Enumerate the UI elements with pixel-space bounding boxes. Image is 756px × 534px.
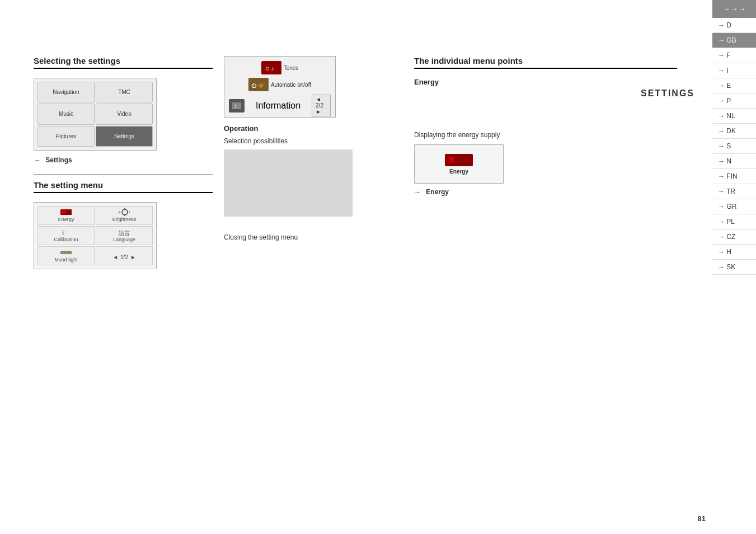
energy-cell-label: Energy <box>58 217 74 222</box>
sidebar-item-d[interactable]: → D <box>712 18 756 33</box>
left-divider <box>34 174 213 175</box>
tones-screen: ♫ ♪ Tones ⏻ 🔆 Automatic on/off i Informa… <box>224 56 336 118</box>
right-column: The individual menu points Energy Displa… <box>414 56 677 196</box>
page-number: 81 <box>698 514 706 523</box>
auto-icon: ⏻ 🔆 <box>248 78 269 91</box>
nav-cell-settings: Settings <box>96 126 153 147</box>
energy-display-box: Energy <box>414 144 504 184</box>
sidebar-item-gr[interactable]: → GR <box>712 199 756 214</box>
prev-arrow: ◄ <box>112 254 118 260</box>
energy-arrow-row: → Energy <box>414 188 677 196</box>
info-row: i Information ◄ 2/2 ► <box>229 95 331 116</box>
mood-light-icon <box>60 249 72 256</box>
energy-icon-small <box>60 209 72 216</box>
nav-cell-video: Video <box>96 104 153 124</box>
tones-svg: ♫ ♪ <box>264 63 279 72</box>
brightness-cell-label: Brightness <box>112 217 137 222</box>
energy-arrow-icon: → <box>414 188 421 196</box>
nav-cell-music: Music <box>37 104 95 124</box>
brightness-icon <box>119 209 130 216</box>
language-icon: 語言 <box>119 229 130 236</box>
individual-menu-heading: The individual menu points <box>414 56 677 69</box>
sidebar-item-nl[interactable]: → NL <box>712 109 756 124</box>
settings-cell-calibration: ℓ Calibration <box>37 226 95 245</box>
svg-text:♫ ♪: ♫ ♪ <box>265 65 274 72</box>
sidebar-item-pl[interactable]: → PL <box>712 214 756 229</box>
sidebar-item-p[interactable]: → P <box>712 93 756 109</box>
selection-gray-box <box>224 149 353 217</box>
svg-rect-15 <box>449 157 454 162</box>
calibration-icon: ℓ <box>60 229 72 236</box>
svg-rect-9 <box>60 251 72 254</box>
info-svg: i <box>229 101 245 110</box>
auto-label: Automatic on/off <box>271 82 311 88</box>
sidebar-item-i[interactable]: → I <box>712 63 756 78</box>
sidebar-item-cz[interactable]: → CZ <box>712 229 756 245</box>
energy-bar-icon <box>60 209 72 215</box>
sidebar-item-s[interactable]: → S <box>712 139 756 154</box>
sidebar-item-f[interactable]: → F <box>712 48 756 63</box>
sidebar-item-dk[interactable]: → DK <box>712 124 756 139</box>
selecting-settings-heading: Selecting the settings <box>34 56 213 69</box>
selection-label: Selection possibilities <box>224 137 381 145</box>
energy-display-svg <box>448 156 470 165</box>
energy-display-label: Energy <box>449 168 468 175</box>
settings-label-text: Settings <box>45 156 72 164</box>
calibration-cell-label: Calibration <box>54 237 78 242</box>
settings-cell-energy: Energy <box>37 206 95 225</box>
brightness-svg <box>119 208 130 216</box>
next-arrow: ► <box>130 254 136 260</box>
closing-label: Closing the setting menu <box>224 233 381 241</box>
left-column: Selecting the settings Navigation TMC Mu… <box>34 56 213 275</box>
svg-text:i: i <box>235 104 236 109</box>
svg-rect-1 <box>62 210 66 214</box>
settings-cell-brightness: Brightness <box>96 206 153 225</box>
settings-cell-pagination: ◄ 1/2 ► <box>96 246 153 265</box>
page-indicator: 1/2 <box>120 254 128 260</box>
triple-arrow-header: →→→ <box>712 0 756 18</box>
sidebar-item-n[interactable]: → N <box>712 154 756 169</box>
settings-menu-grid: Energy Brightness ℓ <box>34 202 157 269</box>
auto-svg: ⏻ 🔆 <box>251 80 266 89</box>
setting-menu-heading: The setting menu <box>34 180 213 193</box>
nav-control: ◄ 2/2 ► <box>312 95 331 116</box>
calibration-svg: ℓ <box>61 228 71 236</box>
language-svg: 語言 <box>119 228 130 236</box>
sidebar-item-tr[interactable]: → TR <box>712 184 756 199</box>
nav-cell-navigation: Navigation <box>37 82 95 102</box>
settings-arrow-label: → Settings <box>34 156 213 164</box>
settings-cell-mood-light: Mood light <box>37 246 95 265</box>
energy-display-icon <box>445 154 473 166</box>
sidebar-item-fin[interactable]: → FIN <box>712 169 756 184</box>
navigation-grid: Navigation TMC Music Video Pictures Sett… <box>34 78 157 151</box>
nav-cell-pictures: Pictures <box>37 126 95 147</box>
arrow-icon: → <box>34 156 40 164</box>
energy-supply-section: Displaying the energy supply Energy → En… <box>414 131 677 196</box>
tones-row: ♫ ♪ Tones <box>229 61 331 74</box>
mood-light-svg <box>60 250 72 255</box>
settings-cell-language: 語言 Language <box>96 226 153 245</box>
svg-text:語言: 語言 <box>119 230 130 236</box>
middle-column: ♫ ♪ Tones ⏻ 🔆 Automatic on/off i Informa… <box>224 56 381 245</box>
sidebar-item-e[interactable]: → E <box>712 78 756 93</box>
settings-pagination: ◄ 1/2 ► <box>112 254 136 260</box>
energy-sub-heading: Energy <box>414 78 677 86</box>
energy-bold-label: Energy <box>426 188 449 196</box>
energy-section: Energy <box>414 78 677 86</box>
auto-row: ⏻ 🔆 Automatic on/off <box>229 78 331 91</box>
tones-icon: ♫ ♪ <box>261 61 281 74</box>
sidebar-item-sk[interactable]: → SK <box>712 260 756 275</box>
operation-heading: Operation <box>224 124 381 133</box>
info-icon: i <box>229 99 245 113</box>
tones-label: Tones <box>284 65 299 71</box>
closing-section: Closing the setting menu <box>224 233 381 241</box>
svg-rect-12 <box>232 102 241 109</box>
sidebar-item-h[interactable]: → H <box>712 245 756 260</box>
svg-text:⏻ 🔆: ⏻ 🔆 <box>251 82 265 89</box>
language-cell-label: Language <box>113 237 135 242</box>
svg-point-2 <box>122 209 128 215</box>
mood-light-cell-label: Mood light <box>54 257 78 263</box>
display-energy-label: Displaying the energy supply <box>414 131 677 139</box>
sidebar-item-gb[interactable]: → GB <box>712 33 756 48</box>
nav-control-text: ◄ 2/2 ► <box>316 96 327 115</box>
